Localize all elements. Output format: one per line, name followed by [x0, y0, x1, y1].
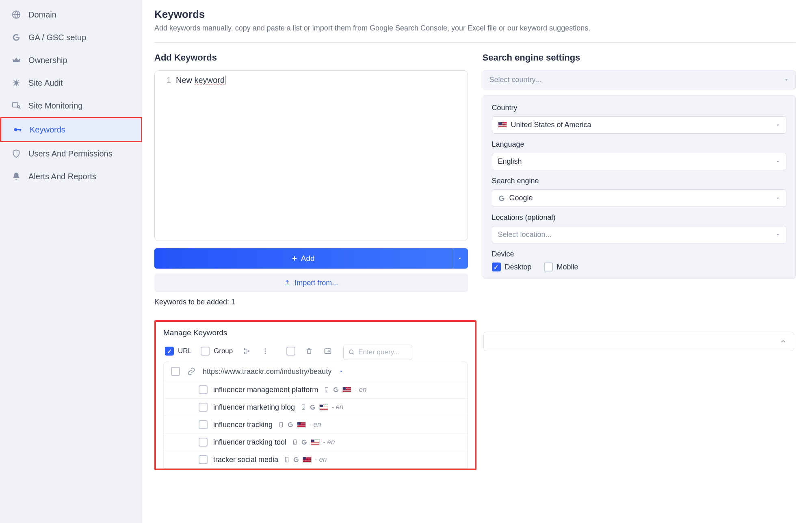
keyword-row[interactable]: influencer tracking- en [164, 416, 467, 434]
move-icon[interactable] [323, 346, 333, 356]
svg-point-14 [349, 350, 353, 354]
google-icon [498, 195, 505, 202]
bell-icon [11, 171, 21, 181]
flag-us-icon [303, 457, 312, 463]
url-value: https://www.traackr.com/industry/beauty [203, 367, 331, 376]
svg-rect-2 [13, 103, 18, 107]
link-icon [187, 367, 195, 375]
manage-search-field[interactable] [358, 348, 407, 356]
line-number: 1 [158, 76, 171, 85]
sidebar-label: Domain [28, 10, 56, 20]
group-toggle[interactable]: Group [201, 347, 233, 356]
add-button[interactable]: Add [154, 248, 452, 269]
svg-rect-8 [244, 352, 246, 354]
sidebar-item-ownership[interactable]: Ownership [0, 49, 142, 72]
page-title: Keywords [154, 8, 796, 21]
sidebar-label: Ownership [28, 56, 67, 65]
import-button[interactable]: Import from... [154, 273, 468, 292]
editor-gutter: 1 [155, 71, 174, 241]
chevron-up-icon [780, 338, 786, 345]
checkbox-checked-icon[interactable] [165, 347, 174, 356]
sidebar-item-users-permissions[interactable]: Users And Permissions [0, 142, 142, 165]
url-toggle-label: URL [178, 347, 192, 355]
sidebar-label: Site Audit [28, 78, 63, 88]
add-button-dropdown[interactable] [452, 248, 468, 269]
keyword-lang: - en [315, 456, 327, 464]
row-checkbox[interactable] [171, 367, 180, 376]
chevron-down-icon [784, 78, 789, 82]
keyword-row[interactable]: influencer management platform- en [164, 381, 467, 399]
trash-icon[interactable] [304, 346, 314, 356]
sidebar-item-site-audit[interactable]: Site Audit [0, 72, 142, 94]
checkbox-unchecked-icon[interactable] [201, 347, 210, 356]
row-checkbox[interactable] [199, 455, 208, 464]
keyword-lang: - en [309, 421, 321, 429]
google-icon [310, 404, 316, 410]
checkbox-checked-icon[interactable] [492, 263, 501, 271]
manage-search-input[interactable] [343, 345, 412, 360]
tree-icon[interactable] [242, 346, 251, 356]
manage-toolbar: URL Group [163, 343, 334, 362]
manage-table: https://www.traackr.com/industry/beauty … [163, 362, 468, 469]
row-checkbox[interactable] [199, 385, 208, 394]
select-all-checkbox[interactable] [286, 347, 295, 356]
locations-select[interactable]: Select location... [492, 226, 787, 243]
chevron-down-icon [775, 196, 780, 201]
sidebar-item-domain[interactable]: Domain [0, 3, 142, 26]
editor-content[interactable]: New keyword [174, 71, 468, 241]
keyword-row[interactable]: influencer tracking tool- en [164, 434, 467, 451]
row-checkbox[interactable] [199, 438, 208, 447]
main-content: Keywords Add keywords manually, copy and… [142, 0, 812, 523]
search-icon [349, 349, 355, 356]
country-placeholder-select[interactable]: Select country... [483, 70, 796, 89]
svg-point-3 [17, 106, 20, 108]
keyword-text: influencer tracking [213, 421, 273, 429]
engine-value: Google [509, 194, 533, 202]
url-toggle[interactable]: URL [165, 347, 192, 356]
row-checkbox[interactable] [199, 403, 208, 412]
google-icon [11, 33, 21, 42]
device-desktop-option[interactable]: Desktop [492, 263, 532, 271]
sidebar-item-alerts-reports[interactable]: Alerts And Reports [0, 165, 142, 188]
url-group-row[interactable]: https://www.traackr.com/industry/beauty [164, 362, 467, 381]
sidebar-label: Keywords [30, 125, 65, 135]
flag-us-icon [319, 404, 328, 410]
google-icon [293, 456, 299, 463]
language-label: Language [492, 140, 787, 149]
chevron-down-icon [775, 232, 780, 237]
sidebar-item-keywords[interactable]: Keywords [0, 117, 142, 142]
device-mobile-label: Mobile [557, 263, 578, 271]
keyword-editor[interactable]: 1 New keyword [154, 70, 468, 241]
keyword-row[interactable]: tracker social media- en [164, 451, 467, 468]
device-mobile-option[interactable]: Mobile [544, 263, 578, 271]
keyword-lang: - en [323, 438, 335, 446]
page-subtitle: Add keywords manually, copy and paste a … [154, 24, 796, 33]
engine-select[interactable]: Google [492, 189, 787, 207]
country-value: United States of America [511, 121, 591, 129]
monitor-search-icon [11, 101, 21, 111]
collapse-panel[interactable] [483, 332, 794, 351]
country-placeholder-text: Select country... [489, 76, 541, 84]
sidebar-label: GA / GSC setup [28, 33, 86, 42]
chevron-down-icon[interactable] [339, 369, 344, 374]
svg-point-1 [14, 81, 18, 85]
group-toggle-label: Group [214, 347, 233, 355]
country-select[interactable]: United States of America [492, 116, 787, 134]
settings-card: Country United States of America Languag… [483, 95, 796, 279]
add-button-label: Add [301, 254, 315, 263]
language-select[interactable]: English [492, 153, 787, 170]
manage-title: Manage Keywords [163, 328, 468, 337]
keyword-text: influencer marketing blog [213, 403, 295, 412]
google-icon [333, 386, 339, 393]
svg-point-11 [265, 351, 266, 352]
row-checkbox[interactable] [199, 420, 208, 429]
more-vertical-icon[interactable] [260, 346, 270, 356]
mobile-icon [292, 438, 298, 446]
keyword-row[interactable]: influencer marketing blog- en [164, 399, 467, 416]
editor-text-underlined: keyword [195, 76, 225, 85]
sidebar-item-ga-gsc[interactable]: GA / GSC setup [0, 26, 142, 49]
keywords-count: Keywords to be added: 1 [154, 298, 468, 306]
checkbox-unchecked-icon[interactable] [544, 263, 553, 271]
sidebar-item-site-monitoring[interactable]: Site Monitoring [0, 94, 142, 117]
locations-placeholder: Select location... [498, 230, 552, 239]
